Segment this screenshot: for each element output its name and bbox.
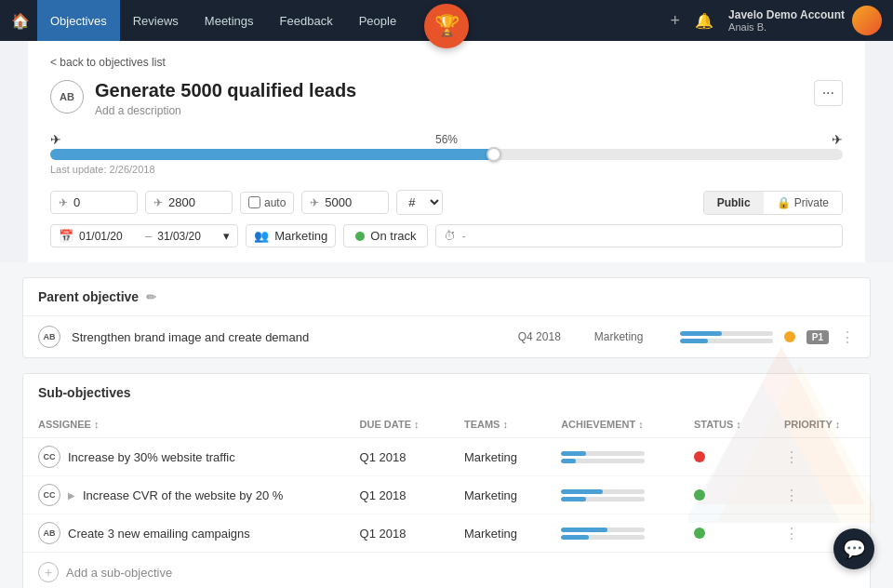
row-more-icon[interactable]: ⋮ bbox=[784, 526, 799, 541]
achieve-bar-1 bbox=[561, 451, 645, 456]
row-team: Marketing bbox=[449, 514, 546, 553]
clock-field: ⏱ - bbox=[435, 224, 843, 247]
nav-reviews[interactable]: Reviews bbox=[120, 0, 192, 41]
parent-progress bbox=[680, 331, 773, 343]
assignee-cell: AB Create 3 new emailing campaigns bbox=[38, 522, 330, 544]
back-link[interactable]: < back to objectives list bbox=[50, 56, 843, 69]
mini-bar-fill-bottom bbox=[680, 339, 708, 343]
status-field[interactable]: On track bbox=[343, 224, 428, 247]
row-more-icon[interactable]: ⋮ bbox=[784, 449, 799, 465]
achieve-bar-1 bbox=[561, 489, 645, 494]
row-team: Marketing bbox=[449, 476, 546, 514]
col-assignee[interactable]: ASSIGNEE ↕ bbox=[23, 411, 345, 438]
home-icon[interactable]: 🏠 bbox=[11, 12, 30, 30]
achieve-bar-1 bbox=[561, 528, 645, 532]
row-status bbox=[679, 514, 769, 553]
auto-checkbox[interactable]: auto bbox=[240, 192, 294, 214]
chat-bubble[interactable]: 💬 bbox=[833, 528, 874, 569]
achieve-fill-2 bbox=[561, 459, 576, 463]
table-row: CC Increase by 30% website traffic Q1 20… bbox=[23, 438, 870, 476]
current-value-field[interactable]: ✈ bbox=[145, 191, 233, 214]
achieve-fill-1 bbox=[561, 489, 603, 494]
date-dropdown-icon[interactable]: ▾ bbox=[223, 229, 230, 243]
row-achievement bbox=[546, 476, 679, 514]
target-value-input[interactable] bbox=[325, 195, 380, 209]
last-update: Last update: 2/26/2018 bbox=[50, 164, 843, 175]
row-avatar: CC bbox=[38, 446, 60, 468]
bottom-area: Parent objective ✏ AB Strengthen brand i… bbox=[0, 262, 893, 588]
progress-percent: 56% bbox=[61, 133, 832, 146]
main-content: < back to objectives list AB Generate 50… bbox=[28, 41, 865, 262]
parent-team: Marketing bbox=[594, 330, 669, 343]
expand-icon[interactable]: ▶ bbox=[68, 490, 75, 501]
sub-objectives-panel: Sub-objectives ASSIGNEE ↕ DUE DATE ↕ TEA… bbox=[22, 373, 871, 588]
public-button[interactable]: Public bbox=[704, 192, 764, 214]
nav-people[interactable]: People bbox=[346, 0, 409, 41]
assignee-cell: CC Increase by 30% website traffic bbox=[38, 446, 330, 468]
sub-objectives-table: ASSIGNEE ↕ DUE DATE ↕ TEAMS ↕ ACHIEVEMEN… bbox=[23, 411, 870, 552]
add-description-link[interactable]: Add a description bbox=[95, 104, 181, 117]
status-dot bbox=[694, 489, 705, 501]
col-due-date[interactable]: DUE DATE ↕ bbox=[345, 411, 449, 438]
mini-bar-bottom bbox=[680, 339, 773, 343]
row-more-icon[interactable]: ⋮ bbox=[784, 488, 799, 503]
parent-row-more[interactable]: ⋮ bbox=[840, 328, 855, 346]
progress-handle[interactable] bbox=[486, 147, 501, 162]
table-row: AB Create 3 new emailing campaigns Q1 20… bbox=[23, 514, 870, 553]
visibility-toggle: Public 🔒 Private bbox=[703, 191, 843, 215]
end-date-input[interactable] bbox=[157, 230, 218, 243]
edit-parent-icon[interactable]: ✏ bbox=[146, 290, 156, 304]
nav-feedback[interactable]: Feedback bbox=[267, 0, 346, 41]
team-icon: 👥 bbox=[254, 229, 269, 243]
app-logo bbox=[852, 6, 882, 35]
parent-objective-panel: Parent objective ✏ AB Strengthen brand i… bbox=[22, 277, 871, 358]
nav-meetings[interactable]: Meetings bbox=[192, 0, 267, 41]
col-teams[interactable]: TEAMS ↕ bbox=[449, 411, 546, 438]
fields-row-1: ✈ ✈ auto ✈ # % Public 🔒 Private bbox=[50, 190, 843, 215]
row-status bbox=[679, 476, 769, 514]
status-dot bbox=[694, 451, 705, 462]
add-sub-objective-row[interactable]: + Add a sub-objective bbox=[23, 552, 870, 588]
row-due-date: Q1 2018 bbox=[345, 476, 449, 514]
col-achievement[interactable]: ACHIEVEMENT ↕ bbox=[546, 411, 679, 438]
chat-icon: 💬 bbox=[843, 538, 866, 560]
current-icon: ✈ bbox=[153, 196, 163, 209]
metric-select[interactable]: # % bbox=[396, 190, 443, 215]
sub-objectives-header: Sub-objectives bbox=[23, 374, 870, 411]
lock-icon: 🔒 bbox=[777, 196, 791, 209]
nav-objectives[interactable]: Objectives bbox=[37, 0, 120, 41]
parent-objective-header: Parent objective ✏ bbox=[23, 278, 870, 315]
row-status bbox=[679, 438, 769, 476]
objective-header: AB Generate 5000 qualified leads Add a d… bbox=[50, 80, 843, 117]
auto-check[interactable] bbox=[248, 196, 260, 208]
private-button[interactable]: 🔒 Private bbox=[764, 192, 842, 214]
row-priority: ⋮ bbox=[769, 438, 870, 476]
team-field[interactable]: 👥 Marketing bbox=[246, 224, 336, 247]
account-menu[interactable]: Javelo Demo Account Anais B. bbox=[728, 6, 882, 35]
objective-menu-button[interactable]: ··· bbox=[814, 80, 843, 106]
parent-quarter: Q4 2018 bbox=[518, 330, 583, 343]
row-avatar: AB bbox=[38, 522, 60, 544]
row-achievement bbox=[546, 514, 679, 553]
achieve-fill-1 bbox=[561, 451, 586, 456]
start-value-field[interactable]: ✈ bbox=[50, 191, 138, 214]
current-value-input[interactable] bbox=[168, 195, 224, 209]
achieve-bar-2 bbox=[561, 535, 645, 540]
parent-avatar: AB bbox=[38, 326, 60, 348]
parent-objective-row: AB Strengthen brand image and create dem… bbox=[23, 315, 870, 357]
progress-bar[interactable] bbox=[50, 149, 843, 160]
col-priority[interactable]: PRIORITY ↕ bbox=[769, 411, 870, 438]
start-value-input[interactable] bbox=[73, 195, 129, 209]
achieve-bar-2 bbox=[561, 459, 645, 463]
nav-right: + 🔔 Javelo Demo Account Anais B. bbox=[671, 6, 882, 35]
notifications-icon[interactable]: 🔔 bbox=[695, 12, 713, 30]
col-status[interactable]: STATUS ↕ bbox=[679, 411, 769, 438]
date-range-field[interactable]: 📅 – ▾ bbox=[50, 224, 238, 247]
start-date-input[interactable] bbox=[79, 230, 140, 243]
row-avatar: CC bbox=[38, 484, 60, 506]
add-button[interactable]: + bbox=[671, 11, 681, 31]
target-value-field[interactable]: ✈ bbox=[301, 191, 389, 214]
navbar: 🏠 Objectives Reviews Meetings Feedback P… bbox=[0, 0, 893, 41]
progress-bar-fill bbox=[50, 149, 494, 160]
row-title: Increase by 30% website traffic bbox=[68, 450, 235, 464]
